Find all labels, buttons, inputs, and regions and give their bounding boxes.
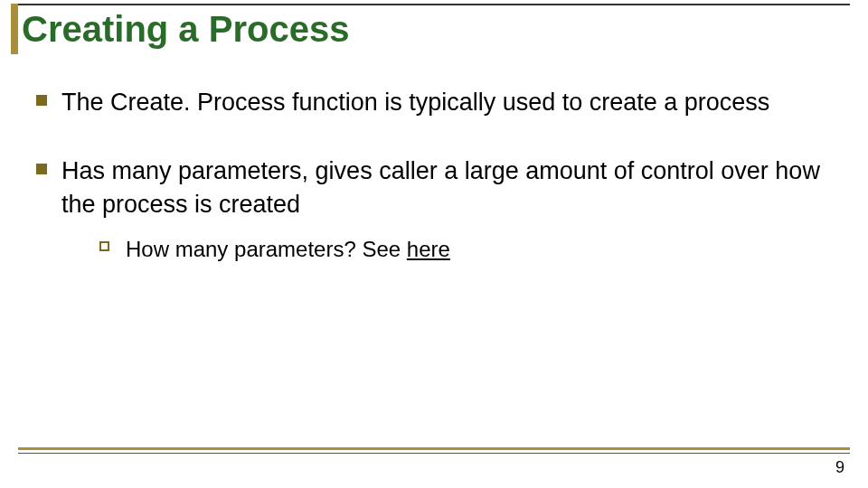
bullet-text: Has many parameters, gives caller a larg… [61, 155, 832, 221]
square-bullet-icon [36, 95, 47, 106]
page-title: Creating a Process [0, 4, 868, 55]
hollow-square-bullet-icon [99, 241, 109, 251]
title-rule [11, 4, 850, 5]
slide: Creating a Process The Create. Process f… [0, 4, 868, 488]
link-here[interactable]: here [407, 237, 450, 261]
square-bullet-icon [36, 164, 47, 174]
sub-bullet-item: How many parameters? See here [99, 235, 832, 263]
bullet-text: The Create. Process function is typicall… [61, 86, 769, 118]
footer-rule-thin [18, 453, 850, 454]
title-block: Creating a Process [0, 4, 868, 55]
title-accent-bar [11, 4, 18, 54]
bullet-item-1: The Create. Process function is typicall… [36, 86, 832, 118]
body: The Create. Process function is typicall… [0, 55, 868, 264]
bullet-item-2: Has many parameters, gives caller a larg… [36, 155, 832, 263]
sub-bullet-text: How many parameters? See here [126, 235, 450, 263]
sub-prefix: How many parameters? See [126, 237, 407, 261]
page-number: 9 [835, 458, 844, 477]
footer-rule-thick [18, 447, 850, 450]
